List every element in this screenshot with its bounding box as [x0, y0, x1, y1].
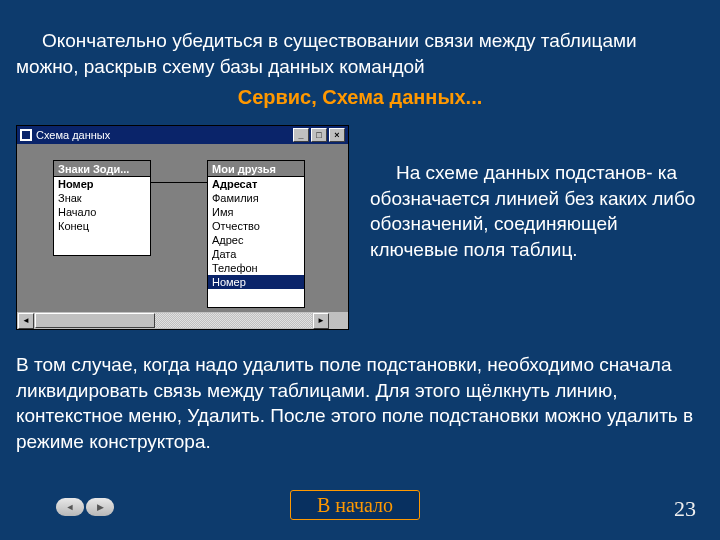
field-row[interactable]: Конец [54, 219, 150, 233]
relationship-canvas[interactable]: Знаки Зоди... НомерЗнакНачалоКонец Мои д… [17, 144, 348, 311]
table-zodiac-title: Знаки Зоди... [54, 161, 150, 177]
scroll-left-button[interactable]: ◄ [18, 313, 34, 329]
next-slide-button[interactable]: ▶ [86, 498, 114, 516]
field-row[interactable]: Номер [54, 177, 150, 191]
menu-path-highlight: Сервис, Схема данных... [0, 86, 720, 109]
scroll-corner [331, 313, 347, 329]
field-row[interactable]: Отчество [208, 219, 304, 233]
table-friends-title: Мои друзья [208, 161, 304, 177]
minimize-button[interactable]: _ [293, 128, 309, 142]
intro-text: Окончательно убедиться в существовании с… [16, 28, 704, 79]
scroll-right-button[interactable]: ► [313, 313, 329, 329]
scroll-track[interactable] [35, 313, 312, 328]
explanation-text: На схеме данных подстанов- ка обозначает… [370, 160, 702, 263]
window-title: Схема данных [36, 129, 110, 141]
instructions-text: В том случае, когда надо удалить поле по… [16, 352, 704, 455]
field-row[interactable]: Начало [54, 205, 150, 219]
window-titlebar[interactable]: Схема данных _ □ × [17, 126, 348, 144]
screenshot-schema-window: Схема данных _ □ × Знаки Зоди... НомерЗн… [16, 125, 349, 330]
to-start-button[interactable]: В начало [290, 490, 420, 520]
field-row[interactable]: Имя [208, 205, 304, 219]
close-button[interactable]: × [329, 128, 345, 142]
table-friends[interactable]: Мои друзья АдресатФамилияИмяОтчествоАдре… [207, 160, 305, 308]
slide-nav: ◄ ▶ [56, 498, 114, 516]
scroll-thumb[interactable] [35, 313, 155, 328]
field-row[interactable]: Телефон [208, 261, 304, 275]
prev-slide-button[interactable]: ◄ [56, 498, 84, 516]
field-row[interactable]: Адрес [208, 233, 304, 247]
field-row[interactable]: Адресат [208, 177, 304, 191]
field-row[interactable]: Фамилия [208, 191, 304, 205]
field-row[interactable]: Номер [208, 275, 304, 289]
horizontal-scrollbar[interactable]: ◄ ► [17, 311, 348, 329]
field-row[interactable]: Дата [208, 247, 304, 261]
maximize-button[interactable]: □ [311, 128, 327, 142]
relationship-line[interactable] [151, 182, 207, 183]
table-zodiac[interactable]: Знаки Зоди... НомерЗнакНачалоКонец [53, 160, 151, 256]
system-menu-icon[interactable] [20, 129, 32, 141]
page-number: 23 [674, 496, 696, 522]
field-row[interactable]: Знак [54, 191, 150, 205]
